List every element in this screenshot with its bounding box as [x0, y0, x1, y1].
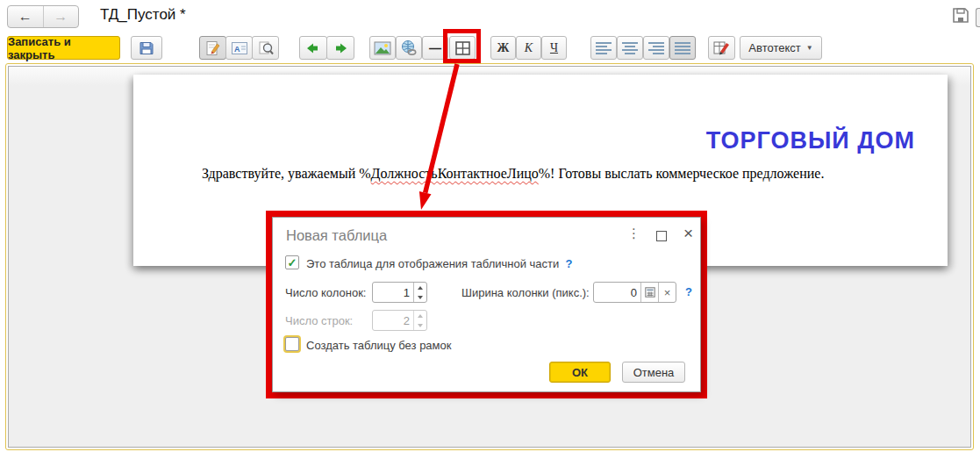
- tabular-part-label-text: Это таблица для отображения табличной ча…: [306, 257, 559, 270]
- calculator-button[interactable]: [640, 283, 658, 302]
- rows-spin-buttons: [413, 311, 426, 330]
- text-block-icon: A: [231, 40, 248, 56]
- redo-button[interactable]: [326, 36, 354, 60]
- dialog-title: Новая таблица: [286, 227, 387, 244]
- italic-button[interactable]: К: [516, 36, 541, 60]
- bold-label: Ж: [497, 41, 510, 55]
- columns-stepper[interactable]: [372, 282, 427, 303]
- column-width-label: Ширина колонки (пикс.):: [461, 286, 590, 299]
- align-right-button[interactable]: [643, 36, 669, 60]
- tabular-help-icon[interactable]: ?: [566, 257, 573, 270]
- rows-input: [373, 311, 413, 330]
- new-table-dialog: Новая таблица ⋮ × ✓ Это таблица для отоб…: [272, 217, 701, 392]
- bold-button[interactable]: Ж: [490, 36, 516, 60]
- calculator-icon: [645, 287, 655, 298]
- spin-up-icon[interactable]: [418, 286, 423, 290]
- align-left-icon: [596, 42, 612, 54]
- columns-input[interactable]: [373, 283, 413, 302]
- check-icon: ✓: [288, 257, 297, 269]
- tabular-part-checkbox[interactable]: ✓: [285, 255, 299, 269]
- back-button[interactable]: ←: [8, 6, 43, 27]
- nav-history-group: ← →: [7, 5, 79, 28]
- picture-icon: [374, 41, 391, 55]
- svg-text:A: A: [234, 44, 240, 53]
- spin-down-icon[interactable]: [418, 296, 423, 299]
- save-and-close-label: Записать и закрыть: [8, 35, 119, 61]
- format-table-button[interactable]: [708, 36, 735, 60]
- back-icon: ←: [18, 9, 32, 25]
- spin-down-icon: [418, 324, 423, 327]
- tabular-part-label: Это таблица для отображения табличной ча…: [306, 257, 572, 270]
- edit-mode-button[interactable]: [199, 36, 226, 60]
- columns-spin-buttons[interactable]: [413, 283, 426, 302]
- columns-label: Число колонок:: [285, 286, 366, 299]
- edit-pencil-icon: [204, 39, 222, 57]
- table-brush-icon: [713, 40, 731, 56]
- autotext-button[interactable]: Автотекст ▼: [740, 36, 822, 60]
- ok-button[interactable]: ОК: [549, 362, 611, 383]
- view-mode-button[interactable]: A: [225, 36, 253, 60]
- align-justify-icon: [675, 42, 690, 54]
- globe-link-icon: [400, 39, 418, 56]
- chevron-down-icon: ▼: [806, 44, 813, 52]
- no-borders-checkbox[interactable]: [285, 337, 299, 351]
- redo-icon: [333, 42, 348, 54]
- undo-icon: [305, 42, 321, 54]
- column-width-input[interactable]: [594, 283, 640, 302]
- greeting-placeholder-token: ДолжностьКонтактноеЛицо: [371, 166, 539, 181]
- column-width-field[interactable]: ×: [593, 282, 676, 303]
- cancel-button[interactable]: Отмена: [622, 362, 685, 383]
- align-right-icon: [648, 42, 664, 54]
- save-button[interactable]: [131, 36, 162, 60]
- rows-label: Число строк:: [285, 314, 353, 327]
- insert-picture-button[interactable]: [369, 36, 396, 60]
- clipped-toolbar-button: [976, 8, 980, 27]
- italic-label: К: [525, 41, 533, 55]
- app-window: ← → ТД_Пустой * Записать и закрыть: [0, 0, 980, 452]
- undo-button[interactable]: [299, 36, 327, 60]
- align-center-icon: [622, 42, 638, 54]
- greeting-suffix: %! Готовы выслать коммерческое предложен…: [539, 166, 825, 181]
- annotation-highlight-table-button: [443, 29, 481, 63]
- magnifier-icon: [257, 39, 275, 56]
- dialog-menu-icon[interactable]: ⋮: [627, 226, 640, 241]
- page-title: ТД_Пустой *: [100, 6, 186, 24]
- save-and-close-button[interactable]: Записать и закрыть: [7, 36, 120, 60]
- greeting-prefix: Здравствуйте, уважаемый %: [202, 166, 371, 181]
- ok-label: ОК: [572, 366, 588, 379]
- floppy-icon: [138, 39, 155, 57]
- preview-button[interactable]: [252, 36, 279, 60]
- clear-width-button[interactable]: ×: [658, 283, 676, 302]
- clear-icon: ×: [664, 286, 671, 299]
- save-icon[interactable]: [951, 6, 970, 25]
- forward-icon: →: [54, 9, 68, 25]
- align-center-button[interactable]: [617, 36, 643, 60]
- dialog-close-icon[interactable]: ×: [683, 224, 693, 243]
- width-help-icon[interactable]: ?: [685, 285, 692, 298]
- forward-button[interactable]: →: [43, 6, 79, 27]
- spin-up-icon: [418, 314, 423, 318]
- align-left-button[interactable]: [590, 36, 617, 60]
- rows-stepper: [372, 310, 427, 331]
- greeting-text: Здравствуйте, уважаемый %ДолжностьКонтак…: [202, 166, 824, 182]
- autotext-label: Автотекст: [748, 41, 800, 54]
- no-borders-label: Создать таблицу без рамок: [306, 339, 451, 352]
- cancel-label: Отмена: [633, 366, 675, 379]
- underline-button[interactable]: Ч: [541, 36, 567, 60]
- align-justify-button[interactable]: [669, 36, 696, 60]
- dialog-maximize-icon[interactable]: [656, 231, 667, 241]
- brand-text: ТОРГОВЫЙ ДОМ: [706, 127, 915, 154]
- insert-hyperlink-button[interactable]: [396, 36, 422, 60]
- horizontal-line-icon: —: [429, 41, 441, 55]
- underline-label: Ч: [550, 41, 558, 55]
